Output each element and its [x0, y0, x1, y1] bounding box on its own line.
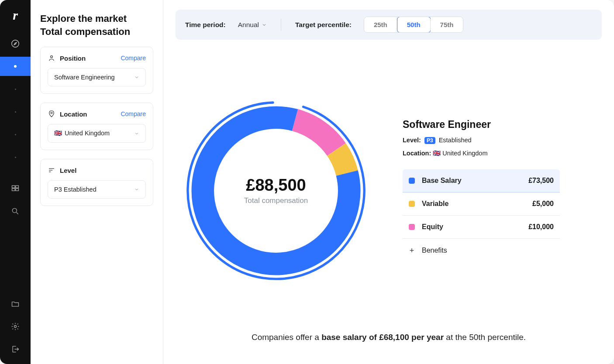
level-icon [48, 166, 55, 174]
swatch-base [409, 178, 415, 184]
location-label: Location [48, 110, 87, 118]
total-subtitle: Total compensation [244, 196, 308, 205]
uk-flag-icon: 🇬🇧 [433, 150, 441, 157]
percentile-label: Target percentile: [295, 21, 352, 29]
nav-logout[interactable] [0, 340, 31, 359]
svg-point-10 [51, 112, 52, 114]
logout-icon [11, 345, 20, 354]
position-card: Position Compare Software Engineering [40, 47, 153, 94]
search-icon [11, 207, 20, 216]
svg-rect-2 [12, 185, 15, 188]
gear-icon [11, 322, 20, 331]
position-compare-link[interactable]: Compare [121, 55, 146, 62]
nav-item-5[interactable] [0, 125, 31, 144]
breakdown-benefits[interactable]: + Benefits [403, 239, 560, 263]
compass-icon [10, 39, 20, 48]
svg-point-0 [12, 40, 19, 48]
position-select[interactable]: Software Engineering [48, 68, 146, 86]
svg-line-7 [17, 213, 18, 214]
position-label: Position [48, 54, 86, 62]
level-badge: P3 [424, 137, 435, 144]
svg-rect-3 [16, 185, 19, 188]
level-card: Level P3 Established [40, 159, 153, 206]
location-meta: Location: 🇬🇧 United Kingdom [403, 150, 560, 157]
pin-icon [48, 110, 55, 118]
nav-folder[interactable] [0, 294, 31, 313]
page-title: Explore the market Total compensation [40, 12, 153, 38]
logo: r [13, 8, 18, 23]
nav-current[interactable] [0, 57, 31, 76]
filters-sidebar: Explore the market Total compensation Po… [31, 0, 163, 364]
time-period-label: Time period: [185, 21, 226, 29]
breakdown-variable[interactable]: Variable £5,000 [403, 192, 560, 216]
divider [281, 19, 281, 31]
svg-point-6 [12, 208, 17, 213]
svg-rect-5 [16, 189, 19, 191]
breakdown-equity[interactable]: Equity £10,000 [403, 216, 560, 239]
top-bar: Time period: Annual Target percentile: 2… [176, 10, 602, 40]
nav-grid[interactable] [0, 179, 31, 198]
total-amount: £88,500 [244, 176, 308, 195]
person-icon [48, 54, 55, 62]
chevron-down-icon [134, 75, 139, 80]
nav-item-4[interactable] [0, 102, 31, 121]
svg-point-9 [51, 56, 53, 58]
donut-chart: £88,500 Total compensation [176, 90, 376, 291]
percentile-25-button[interactable]: 25th [364, 17, 397, 32]
chevron-down-icon [262, 22, 267, 27]
level-select[interactable]: P3 Established [48, 180, 146, 199]
nav-settings[interactable] [0, 317, 31, 336]
role-title: Software Engineer [403, 119, 560, 130]
level-meta: Level: P3 Established [403, 137, 560, 144]
chevron-down-icon [134, 131, 139, 136]
level-label: Level [48, 166, 76, 174]
donut-center: £88,500 Total compensation [244, 176, 308, 205]
folder-icon [11, 299, 20, 308]
percentile-segment: 25th 50th 75th [364, 17, 464, 33]
chevron-down-icon [134, 187, 139, 192]
plus-icon: + [409, 246, 415, 255]
nav-explore[interactable] [0, 34, 31, 53]
nav-rail: r [0, 0, 31, 364]
svg-rect-4 [12, 189, 15, 191]
main-content: Time period: Annual Target percentile: 2… [163, 0, 614, 364]
chart-row: £88,500 Total compensation Software Engi… [176, 40, 602, 324]
percentile-75-button[interactable]: 75th [431, 17, 463, 32]
svg-point-8 [14, 326, 17, 328]
svg-marker-1 [14, 42, 17, 45]
time-period-select[interactable]: Annual [238, 21, 267, 29]
grid-icon [11, 184, 20, 193]
location-select[interactable]: 🇬🇧United Kingdom [48, 124, 146, 143]
swatch-variable [409, 201, 415, 207]
location-card: Location Compare 🇬🇧United Kingdom [40, 103, 153, 150]
nav-item-3[interactable] [0, 79, 31, 99]
location-compare-link[interactable]: Compare [121, 110, 146, 117]
app-root: r Explore the market Total compensation [0, 0, 614, 364]
summary-caption: Companies offer a base salary of £68,100… [176, 324, 602, 347]
swatch-equity [409, 224, 415, 230]
nav-search[interactable] [0, 202, 31, 221]
breakdown-list: Base Salary £73,500 Variable £5,000 Equi… [403, 169, 560, 263]
nav-item-6[interactable] [0, 148, 31, 167]
percentile-50-button[interactable]: 50th [397, 17, 431, 32]
uk-flag-icon: 🇬🇧 [54, 130, 62, 137]
details-panel: Software Engineer Level: P3 Established … [403, 119, 560, 263]
breakdown-base[interactable]: Base Salary £73,500 [403, 169, 560, 192]
